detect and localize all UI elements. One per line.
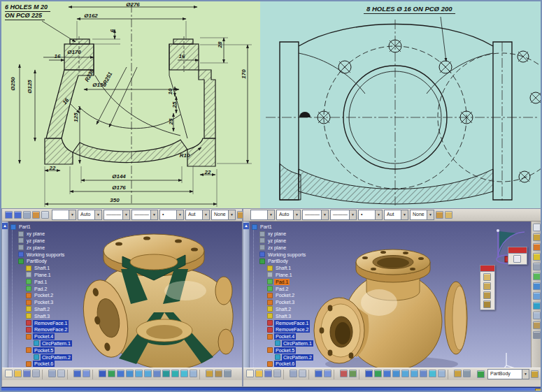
tools-icon[interactable] [531, 370, 539, 378]
viewport-right[interactable]: ▲ Part1xy planeyz planezx planeWorking s… [243, 222, 542, 375]
chevron-down-icon[interactable]: ▼ [94, 210, 101, 219]
shading-icon[interactable] [180, 370, 188, 377]
fly-mode-icon[interactable] [365, 370, 373, 377]
chevron-down-icon[interactable]: ▼ [349, 210, 356, 219]
tree-item-pocket-2[interactable]: Pocket.2 [250, 292, 333, 299]
tree-item-part1[interactable]: Part1 [250, 224, 333, 231]
draft-icon[interactable] [483, 291, 491, 299]
undo-icon[interactable] [73, 370, 81, 377]
zoom-in-icon[interactable] [401, 370, 409, 377]
partbody-select[interactable]: PartBody▼ [487, 369, 529, 379]
tree-item-zx-plane[interactable]: zx plane [9, 244, 92, 251]
pad-tool-icon[interactable] [533, 233, 541, 241]
paste-icon[interactable] [299, 370, 306, 377]
graphic-prop-select[interactable]: None▼ [410, 210, 434, 220]
pattern-tool-icon[interactable] [533, 302, 541, 310]
tree-item-pocket-3[interactable]: Pocket.3 [9, 299, 92, 306]
graphic-prop-select[interactable]: ———▼ [131, 210, 158, 220]
tree-item-circpattern-2[interactable]: CircPattern.2 [250, 354, 333, 361]
tree-item-working-supports[interactable]: Working supports [9, 251, 92, 258]
graphic-prop-select[interactable]: ▼ [250, 210, 275, 220]
shell-icon[interactable] [483, 300, 491, 308]
sectioning-icon[interactable] [349, 370, 357, 377]
tree-item-pad-1[interactable]: Pad.1 [250, 278, 333, 285]
scale-tool-icon[interactable] [533, 321, 541, 329]
graphic-prop-select[interactable]: None▼ [211, 210, 236, 220]
tree-item-pocket-2[interactable]: Pocket.2 [9, 292, 92, 299]
graphic-prop-select[interactable]: Aut▼ [384, 210, 408, 220]
properties-icon[interactable] [463, 370, 471, 377]
toolbar-grip[interactable] [480, 266, 494, 272]
tree-item-circpattern-1[interactable]: CircPattern.1 [250, 340, 333, 347]
sketcher-icon[interactable] [533, 224, 541, 231]
pan-icon[interactable] [383, 370, 391, 377]
chevron-down-icon[interactable]: ▼ [427, 210, 434, 219]
save-icon[interactable] [23, 370, 31, 377]
tree-item-zx-plane[interactable]: zx plane [250, 244, 333, 251]
scroll-up-arrow[interactable]: ▲ [243, 223, 249, 229]
zoom-out-icon[interactable] [411, 370, 418, 377]
tree-item-shaft-1[interactable]: Shaft.1 [250, 265, 333, 272]
chevron-down-icon[interactable]: ▼ [267, 210, 274, 219]
tree-item-pocket-4[interactable]: Pocket.4 [250, 333, 333, 340]
axis-system-icon[interactable] [533, 331, 541, 339]
tree-scrollbar-right[interactable]: ▲ [243, 222, 250, 375]
chevron-down-icon[interactable]: ▼ [69, 210, 76, 219]
zoom-out-icon[interactable] [144, 370, 152, 377]
tree-item-pocket-5[interactable]: Pocket.5 [9, 347, 92, 354]
redo-icon[interactable] [324, 370, 331, 377]
fit-all-icon[interactable] [374, 370, 382, 377]
graphic-prop-select[interactable]: •▼ [159, 210, 184, 220]
graphic-prop-select[interactable]: ———▼ [104, 210, 130, 220]
open-icon[interactable] [14, 370, 22, 377]
sketch-with-axis-icon[interactable] [513, 255, 521, 263]
copy-icon[interactable] [48, 370, 56, 377]
tree-item-yz-plane[interactable]: yz plane [250, 238, 333, 245]
shaft-tool-icon[interactable] [533, 253, 541, 261]
tree-item-yz-plane[interactable]: yz plane [9, 238, 92, 245]
chevron-down-icon[interactable]: ▼ [150, 210, 157, 219]
tree-item-pad-2[interactable]: Pad.2 [250, 285, 333, 292]
tree-item-pocket-4[interactable]: Pocket.4 [9, 333, 92, 340]
print-icon[interactable] [273, 370, 281, 377]
pocket-tool-icon[interactable] [533, 243, 541, 251]
properties-icon[interactable] [224, 370, 231, 377]
open-icon[interactable] [255, 370, 263, 377]
zoom-in-icon[interactable] [135, 370, 143, 377]
tree-item-shaft-3[interactable]: Shaft.3 [9, 312, 92, 319]
chevron-down-icon[interactable]: ▼ [293, 210, 300, 219]
redo-icon[interactable] [83, 370, 90, 377]
hide-show-icon[interactable] [206, 370, 213, 377]
graphic-prop-select[interactable]: •▼ [358, 210, 383, 220]
normal-view-icon[interactable] [420, 370, 427, 377]
multi-view-icon[interactable] [162, 370, 170, 377]
chamfer-icon[interactable] [483, 282, 491, 290]
chevron-down-icon[interactable]: ▼ [122, 210, 129, 219]
tree-item-removeface-2[interactable]: RemoveFace.2 [9, 326, 92, 333]
tree-item-plane-1[interactable]: Plane.1 [250, 272, 333, 279]
tile-horizontal-icon[interactable] [14, 211, 22, 219]
graphic-prop-select[interactable]: ———▼ [330, 210, 357, 220]
shading-icon[interactable] [429, 370, 436, 377]
tree-item-partbody[interactable]: PartBody [250, 258, 333, 265]
chevron-down-icon[interactable]: ▼ [401, 210, 408, 219]
tree-item-plane-1[interactable]: Plane.1 [9, 272, 92, 279]
fly-mode-icon[interactable] [99, 370, 106, 377]
graphic-prop-select[interactable]: ▼ [52, 210, 76, 220]
viewport-left[interactable]: ▲ ▼ Part1xy planeyz planezx planeWorking… [2, 222, 242, 375]
wireframe-icon[interactable] [438, 370, 445, 377]
chevron-down-icon[interactable]: ▼ [321, 210, 328, 219]
tree-item-pocket-5[interactable]: Pocket.5 [250, 347, 333, 354]
tree-item-shaft-2[interactable]: Shaft.2 [250, 306, 333, 313]
tree-item-circpattern-1[interactable]: CircPattern.1 [9, 340, 92, 347]
tree-item-pocket-6[interactable]: Pocket.6 [9, 361, 92, 368]
copy-graphic-properties-icon[interactable] [436, 211, 443, 219]
print-icon[interactable] [32, 370, 40, 377]
iso-view-icon[interactable] [171, 370, 179, 377]
tree-scrollbar-left[interactable]: ▲ ▼ [2, 222, 8, 375]
tree-item-pocket-6[interactable]: Pocket.6 [250, 361, 333, 368]
tree-item-part1[interactable]: Part1 [9, 224, 92, 231]
rib-tool-icon[interactable] [533, 273, 541, 280]
swap-visible-space-icon[interactable] [215, 370, 222, 377]
fillet-tool-icon[interactable] [533, 282, 541, 290]
